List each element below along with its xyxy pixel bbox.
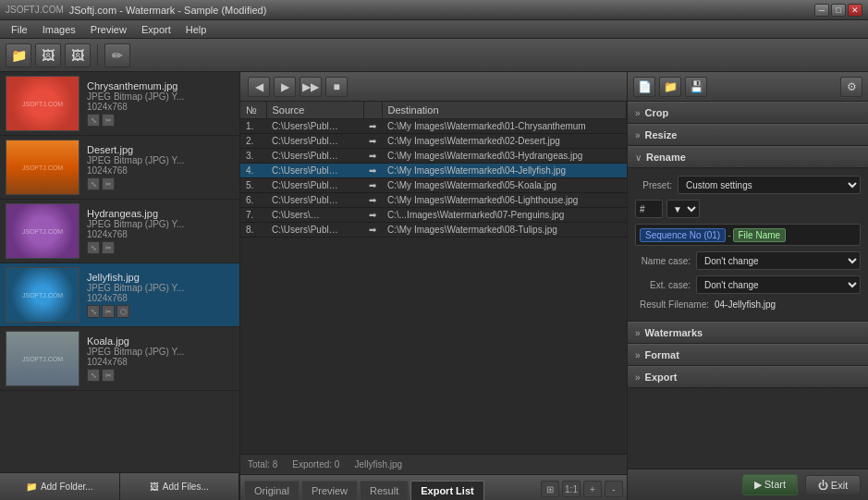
open-button[interactable]: 📁 (659, 77, 681, 97)
watermarks-chevron-icon: » (635, 328, 641, 338)
left-panel-bottom: 📁 Add Folder... 🖼 Add Files... (0, 472, 239, 500)
export-table-container[interactable]: № Source Destination 1. C:\Users\Publ… ➡… (240, 102, 627, 454)
file-info-koala: Koala.jpg JPEG Bitmap (JPG) Y... 1024x76… (87, 335, 234, 382)
menu-images[interactable]: Images (35, 22, 83, 37)
section-rename-header[interactable]: ∨ Rename (628, 146, 868, 168)
filename-token[interactable]: File Name (733, 228, 787, 242)
next-button[interactable]: ▶▶ (300, 77, 322, 97)
file-item-koala[interactable]: JSOFTJ.COM Koala.jpg JPEG Bitmap (JPG) Y… (0, 327, 239, 391)
section-watermarks-header[interactable]: » Watermarks (628, 322, 868, 344)
folder-icon: 📁 (26, 482, 37, 492)
ext-case-label: Ext. case: (635, 280, 691, 290)
resize-icon[interactable]: ⤡ (87, 305, 100, 318)
file-item-chrysanthemum[interactable]: JSOFTJ.COM Chrysanthemum.jpg JPEG Bitmap… (0, 72, 239, 136)
tab-export-list[interactable]: Export List (410, 481, 483, 500)
close-button[interactable]: ✕ (848, 4, 862, 17)
cell-num: 3. (240, 149, 266, 164)
thumb-chrysanthemum: JSOFTJ.COM (6, 76, 79, 131)
pen-tool-button[interactable]: ✏ (104, 43, 130, 67)
export-chevron-icon: » (635, 372, 641, 383)
menu-help[interactable]: Help (178, 22, 214, 37)
cell-source: C:\Users\Publ… (266, 223, 363, 238)
resize-icon[interactable]: ⤡ (87, 241, 100, 254)
table-row[interactable]: 1. C:\Users\Publ… ➡ C:\My Images\Waterma… (240, 119, 627, 134)
token-area[interactable]: Sequence No (01) - File Name (635, 224, 861, 246)
zoom-in-button[interactable]: + (583, 481, 602, 497)
crop-icon[interactable]: ✂ (102, 177, 115, 190)
menu-export[interactable]: Export (134, 22, 178, 37)
section-crop-header[interactable]: » Crop (628, 102, 868, 124)
filetype-hydrangeas: JPEG Bitmap (JPG) Y... (87, 219, 234, 229)
sequence-token[interactable]: Sequence No (01) (640, 228, 726, 242)
table-row[interactable]: 6. C:\Users\Publ… ➡ C:\My Images\Waterma… (240, 193, 627, 208)
minimize-button[interactable]: ─ (814, 4, 829, 17)
section-export-header[interactable]: » Export (628, 366, 868, 388)
table-row[interactable]: 4. C:\Users\Publ… ➡ C:\My Images\Waterma… (240, 164, 627, 178)
hash-input[interactable] (635, 200, 663, 218)
cell-source: C:\Users\Publ… (266, 193, 363, 208)
settings-button[interactable]: ⚙ (840, 77, 862, 97)
open-image2-button[interactable]: 🖼 (65, 43, 91, 67)
crop-icon[interactable]: ✂ (102, 241, 115, 254)
crop-icon[interactable]: ✂ (102, 369, 115, 382)
status-bar: Total: 8 Exported: 0 Jellyfish.jpg (240, 454, 627, 474)
zoom-out-button[interactable]: - (605, 481, 623, 497)
add-folder-button[interactable]: 📁 Add Folder... (0, 473, 120, 500)
current-file: Jellyfish.jpg (354, 459, 402, 470)
table-row[interactable]: 3. C:\Users\Publ… ➡ C:\My Images\Waterma… (240, 149, 627, 164)
open-folder-button[interactable]: 📁 (6, 43, 31, 67)
crop-chevron-icon: » (635, 108, 641, 118)
col-arrow (363, 102, 382, 119)
add-files-button[interactable]: 🖼 Add Files... (120, 473, 240, 500)
center-panel: ◀ ▶ ▶▶ ■ № Source Destination 1. C:\User… (240, 72, 628, 500)
tab-preview[interactable]: Preview (301, 481, 358, 500)
resize-icon[interactable]: ⤡ (87, 177, 100, 190)
section-resize-header[interactable]: » Resize (628, 124, 868, 146)
resize-icon[interactable]: ⤡ (87, 114, 100, 127)
menu-file[interactable]: File (4, 22, 35, 37)
stop-button[interactable]: ■ (325, 77, 348, 97)
table-row[interactable]: 7. C:\Users\… ➡ C:\...Images\Watermarked… (240, 208, 627, 223)
app-logo-title: JSOFTJ.COM (6, 5, 64, 15)
tab-result[interactable]: Result (360, 481, 409, 500)
filename-desert: Desert.jpg (87, 144, 234, 155)
table-row[interactable]: 8. C:\Users\Publ… ➡ C:\My Images\Waterma… (240, 223, 627, 238)
menu-preview[interactable]: Preview (83, 22, 134, 37)
zoom-1-button[interactable]: 1:1 (562, 481, 581, 497)
file-item-desert[interactable]: JSOFTJ.COM Desert.jpg JPEG Bitmap (JPG) … (0, 136, 239, 200)
exit-button[interactable]: ⏻ Exit (805, 475, 861, 495)
name-case-select[interactable]: Don't change (696, 251, 861, 270)
save-button-right[interactable]: 💾 (685, 77, 707, 97)
maximize-button[interactable]: □ (831, 4, 846, 17)
window-controls: ─ □ ✕ (814, 4, 862, 17)
preset-select[interactable]: Custom settings (678, 176, 861, 194)
file-list-scroll[interactable]: JSOFTJ.COM Chrysanthemum.jpg JPEG Bitmap… (0, 72, 239, 472)
zoom-fit-button[interactable]: ⊞ (541, 481, 559, 497)
right-panel-content[interactable]: » Crop » Resize ∨ Rename Preset: Custom … (628, 102, 868, 469)
section-format-header[interactable]: » Format (628, 344, 868, 366)
rename-section-label: Rename (646, 152, 686, 163)
start-button[interactable]: ▶ Start (742, 474, 798, 495)
cell-num: 8. (240, 223, 266, 238)
file-item-hydrangeas[interactable]: JSOFTJ.COM Hydrangeas.jpg JPEG Bitmap (J… (0, 200, 239, 263)
format-section-label: Format (645, 349, 679, 360)
tab-original[interactable]: Original (244, 481, 300, 500)
new-button[interactable]: 📄 (633, 77, 655, 97)
table-row[interactable]: 2. C:\Users\Publ… ➡ C:\My Images\Waterma… (240, 134, 627, 149)
prev-button[interactable]: ◀ (248, 77, 270, 97)
play-button[interactable]: ▶ (274, 77, 296, 97)
open-image-button[interactable]: 🖼 (35, 43, 61, 67)
file-item-jellyfish[interactable]: JSOFTJ.COM Jellyfish.jpg JPEG Bitmap (JP… (0, 263, 239, 327)
crop-icon[interactable]: ✂ (102, 305, 115, 318)
right-panel: 📄 📁 💾 ⚙ » Crop » Resize ∨ Rename (628, 72, 868, 500)
resize-icon[interactable]: ⤡ (87, 369, 100, 382)
result-filename-label: Result Filename: (635, 299, 709, 310)
filename-chrysanthemum: Chrysanthemum.jpg (87, 80, 234, 91)
watermark-icon[interactable]: ⬡ (116, 305, 129, 318)
main-toolbar: 📁 🖼 🖼 ✏ (0, 39, 868, 72)
crop-icon[interactable]: ✂ (102, 114, 115, 127)
resize-section-label: Resize (645, 129, 678, 140)
ext-case-select[interactable]: Don't change (696, 275, 861, 294)
hash-dropdown[interactable]: ▼ (666, 200, 700, 218)
table-row[interactable]: 5. C:\Users\Publ… ➡ C:\My Images\Waterma… (240, 178, 627, 193)
